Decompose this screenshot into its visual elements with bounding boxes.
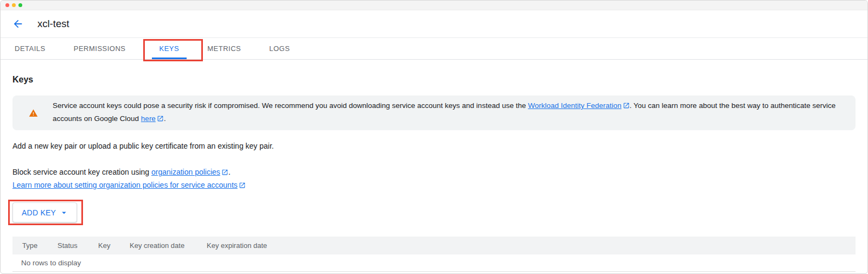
close-window-button[interactable] [5, 3, 9, 7]
organization-policies-link[interactable]: organization policies [151, 168, 220, 176]
external-link-icon [239, 180, 246, 192]
tab-metrics[interactable]: METRICS [193, 38, 255, 59]
tab-details[interactable]: DETAILS [1, 38, 60, 59]
column-header-key-expiration-date: Key expiration date [207, 241, 856, 250]
external-link-icon [623, 101, 630, 113]
column-header-key: Key [98, 241, 130, 250]
zoom-window-button[interactable] [18, 3, 22, 7]
column-header-status: Status [58, 241, 98, 250]
banner-text-part1: Service account keys could pose a securi… [53, 101, 528, 110]
back-button[interactable] [11, 17, 24, 30]
macos-titlebar [1, 1, 867, 10]
block-key-creation-line: Block service account key creation using… [12, 166, 856, 179]
external-link-icon [221, 167, 228, 179]
add-key-button-area: ADD KEY [12, 202, 77, 222]
minimize-window-button[interactable] [12, 3, 16, 7]
add-key-button-label: ADD KEY [22, 208, 56, 217]
browser-window: xcl-test DETAILS PERMISSIONS KEYS METRIC… [0, 0, 868, 274]
intro-text: Add a new key pair or upload a public ke… [12, 142, 856, 150]
learn-more-link[interactable]: Learn more about setting organization po… [12, 181, 238, 189]
dropdown-caret-icon [59, 208, 69, 218]
tab-keys-label: KEYS [159, 44, 180, 53]
column-header-key-creation-date: Key creation date [130, 241, 207, 250]
page-header: xcl-test [1, 10, 867, 37]
tab-permissions[interactable]: PERMISSIONS [60, 38, 140, 59]
block-text: Block service account key creation using [12, 168, 151, 176]
page-title: xcl-test [37, 18, 69, 30]
here-link[interactable]: here [141, 114, 156, 123]
add-key-button[interactable]: ADD KEY [12, 202, 77, 222]
warning-banner: Service account keys could pose a securi… [12, 95, 856, 130]
warning-triangle-icon [29, 109, 38, 118]
policy-text-block: Block service account key creation using… [12, 166, 856, 192]
keys-table-header-row: Type Status Key Key creation date Key ex… [12, 237, 856, 254]
column-header-type: Type [22, 241, 58, 250]
banner-text-part3: . [164, 114, 166, 123]
tab-logs[interactable]: LOGS [255, 38, 304, 59]
tab-keys[interactable]: KEYS [145, 38, 194, 59]
keys-panel: Keys Service account keys could pose a s… [1, 75, 867, 272]
workload-identity-federation-link[interactable]: Workload Identity Federation [528, 101, 621, 110]
learn-more-line: Learn more about setting organization po… [12, 179, 856, 192]
back-arrow-icon [12, 18, 24, 30]
tab-bar: DETAILS PERMISSIONS KEYS METRICS LOGS [1, 37, 867, 60]
empty-table-message: No rows to display [12, 254, 856, 272]
external-link-icon [157, 114, 164, 126]
warning-banner-text: Service account keys could pose a securi… [53, 100, 843, 126]
active-tab-indicator [152, 58, 187, 59]
section-heading: Keys [12, 75, 856, 85]
keys-table: Type Status Key Key creation date Key ex… [12, 237, 856, 272]
block-suffix: . [228, 168, 231, 176]
